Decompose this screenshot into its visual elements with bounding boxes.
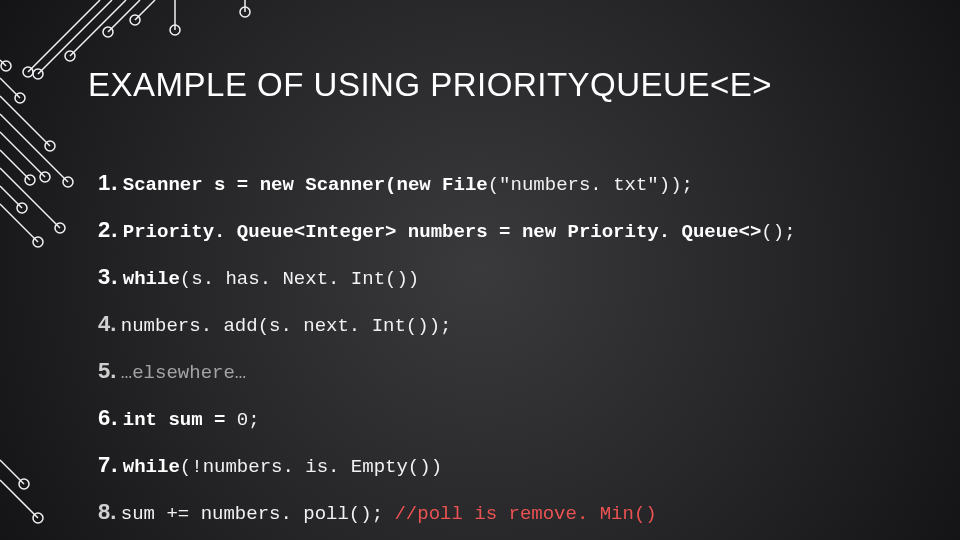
code-text: (); (761, 221, 795, 243)
svg-line-28 (0, 186, 22, 208)
svg-point-35 (33, 513, 43, 523)
keyword-new: new (396, 174, 430, 196)
svg-point-17 (15, 93, 25, 103)
svg-point-7 (103, 27, 113, 37)
svg-line-30 (0, 204, 38, 242)
svg-line-24 (0, 150, 30, 180)
svg-point-19 (45, 141, 55, 151)
svg-point-9 (130, 15, 140, 25)
code-line: 1. Scanner s = new Scanner(new File("num… (98, 170, 898, 196)
svg-line-4 (70, 0, 126, 56)
svg-line-14 (0, 60, 6, 66)
code-line: 2. Priority. Queue<Integer> numbers = ne… (98, 217, 898, 243)
code-text: Scanner s = (123, 174, 260, 196)
code-text: (!numbers. is. Empty()) (180, 456, 442, 478)
svg-line-32 (0, 460, 24, 484)
keyword-new: new (522, 221, 556, 243)
svg-line-18 (0, 96, 50, 146)
code-line: 5. …elsewhere… (98, 358, 898, 384)
svg-point-21 (63, 177, 73, 187)
slide: EXAMPLE OF USING PRIORITYQUEUE<E> 1. Sca… (0, 0, 960, 540)
code-text: sum += numbers. poll(); (121, 503, 395, 525)
slide-title: EXAMPLE OF USING PRIORITYQUEUE<E> (88, 66, 772, 104)
line-number: 6. (98, 405, 118, 430)
svg-line-20 (0, 114, 68, 182)
svg-line-26 (0, 168, 60, 228)
svg-point-29 (17, 203, 27, 213)
code-text: 0; (237, 409, 260, 431)
keyword-new: new (260, 174, 294, 196)
code-text: ("numbers. txt")); (488, 174, 693, 196)
svg-line-8 (135, 0, 155, 20)
code-line: 4. numbers. add(s. next. Int()); (98, 311, 898, 337)
code-text: Priority. Queue<Integer> numbers = (123, 221, 522, 243)
svg-line-2 (38, 0, 112, 74)
code-line: 7. while(!numbers. is. Empty()) (98, 452, 898, 478)
code-text: numbers. add(s. next. Int()); (121, 315, 452, 337)
line-number: 2. (98, 217, 118, 242)
svg-point-5 (65, 51, 75, 61)
keyword-int: int (123, 409, 157, 431)
svg-point-27 (55, 223, 65, 233)
keyword-while: while (123, 456, 180, 478)
svg-point-1 (23, 67, 33, 77)
code-text: File (431, 174, 488, 196)
svg-point-15 (1, 61, 11, 71)
keyword-while: while (123, 268, 180, 290)
line-number: 7. (98, 452, 118, 477)
code-line: 6. int sum = 0; (98, 405, 898, 431)
line-number: 1. (98, 170, 118, 195)
svg-point-31 (33, 237, 43, 247)
svg-point-13 (240, 7, 250, 17)
svg-point-33 (19, 479, 29, 489)
code-text: sum = (157, 409, 237, 431)
svg-point-11 (170, 25, 180, 35)
code-text: (s. has. Next. Int()) (180, 268, 419, 290)
code-line: 3. while(s. has. Next. Int()) (98, 264, 898, 290)
code-line: 8. sum += numbers. poll(); //poll is rem… (98, 499, 898, 525)
code-text: Scanner( (294, 174, 397, 196)
line-number: 4. (98, 311, 116, 336)
code-text: Priority. Queue<> (556, 221, 761, 243)
svg-line-22 (0, 132, 45, 177)
svg-line-0 (28, 0, 100, 72)
svg-point-25 (25, 175, 35, 185)
svg-line-34 (0, 480, 38, 518)
line-number: 8. (98, 499, 116, 524)
line-number: 3. (98, 264, 118, 289)
code-comment: //poll is remove. Min() (394, 503, 656, 525)
code-text: …elsewhere… (121, 362, 246, 384)
svg-point-23 (40, 172, 50, 182)
svg-line-6 (108, 0, 140, 32)
svg-line-16 (0, 78, 20, 98)
svg-point-3 (33, 69, 43, 79)
line-number: 5. (98, 358, 116, 383)
code-block: 1. Scanner s = new Scanner(new File("num… (98, 170, 898, 540)
